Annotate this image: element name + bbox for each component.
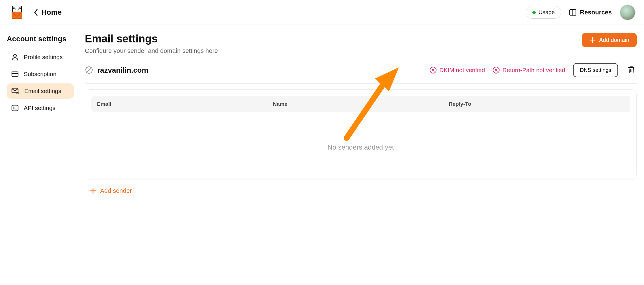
sidebar-item-label: Email settings [24, 88, 61, 94]
chevron-left-icon [33, 8, 38, 16]
senders-empty-message: No senders added yet [91, 112, 630, 163]
delete-domain-button[interactable] [626, 64, 637, 76]
senders-table-header: Email Name Reply-To [91, 96, 630, 112]
x-circle-icon [493, 67, 500, 74]
add-sender-button[interactable]: Add sender [90, 187, 637, 195]
resources-label: Resources [580, 9, 612, 16]
usage-button[interactable]: Usage [526, 6, 561, 19]
svg-line-16 [86, 67, 92, 73]
sidebar-item-label: Subscription [24, 71, 57, 77]
page-title: Email settings [85, 33, 218, 45]
col-email: Email [97, 101, 273, 107]
page-subtitle: Configure your sender and domain setting… [85, 47, 218, 55]
app-logo[interactable] [8, 4, 25, 21]
svg-line-18 [632, 69, 632, 72]
domain-row: razvanilin.com DKIM not verified Return-… [85, 61, 637, 84]
domain-name: razvanilin.com [97, 66, 148, 75]
status-dot-icon [532, 11, 536, 14]
unverified-badge-icon [85, 66, 93, 74]
svg-point-1 [18, 9, 19, 10]
plus-icon [90, 188, 96, 194]
mail-settings-icon [11, 87, 19, 95]
svg-point-7 [14, 54, 16, 57]
return-path-status-text: Return-Path not verified [502, 67, 565, 74]
usage-label: Usage [539, 9, 555, 16]
card-icon [11, 70, 19, 78]
svg-rect-12 [12, 105, 18, 111]
sidebar-item-subscription[interactable]: Subscription [7, 66, 74, 82]
sidebar-item-label: Profile settings [24, 54, 63, 61]
avatar[interactable] [620, 5, 636, 20]
col-reply-to: Reply-To [449, 101, 624, 107]
home-label: Home [41, 8, 62, 17]
topbar-left: Home [8, 4, 62, 21]
svg-line-17 [631, 69, 631, 72]
user-icon [11, 53, 19, 61]
dkim-status-badge: DKIM not verified [430, 67, 485, 74]
book-icon [569, 9, 576, 16]
svg-point-0 [15, 9, 16, 10]
plus-icon [589, 37, 596, 43]
sidebar-item-api[interactable]: API settings [7, 100, 74, 116]
home-link[interactable]: Home [33, 8, 62, 17]
x-circle-icon [430, 67, 436, 74]
sidebar: Account settings Profile settings Subscr… [0, 25, 78, 285]
sidebar-item-email[interactable]: Email settings [7, 83, 74, 99]
add-sender-label: Add sender [100, 187, 132, 195]
add-domain-label: Add domain [599, 37, 629, 43]
topbar-right: Usage Resources [526, 5, 636, 20]
dns-settings-button[interactable]: DNS settings [573, 63, 618, 77]
trash-icon [628, 66, 635, 74]
svg-rect-2 [12, 12, 22, 19]
main-content: Email settings Configure your sender and… [78, 25, 644, 285]
terminal-icon [11, 104, 19, 112]
page-header: Email settings Configure your sender and… [85, 33, 637, 55]
add-domain-button[interactable]: Add domain [582, 33, 637, 47]
return-path-status-badge: Return-Path not verified [493, 67, 565, 74]
sidebar-item-profile[interactable]: Profile settings [7, 49, 74, 65]
col-name: Name [273, 101, 449, 107]
sidebar-title: Account settings [7, 34, 74, 43]
topbar: Home Usage Resources [0, 0, 644, 25]
sidebar-item-label: API settings [24, 105, 55, 111]
resources-link[interactable]: Resources [569, 9, 612, 16]
svg-rect-8 [12, 72, 18, 76]
senders-card: Email Name Reply-To No senders added yet [85, 89, 637, 180]
dkim-status-text: DKIM not verified [439, 67, 485, 74]
